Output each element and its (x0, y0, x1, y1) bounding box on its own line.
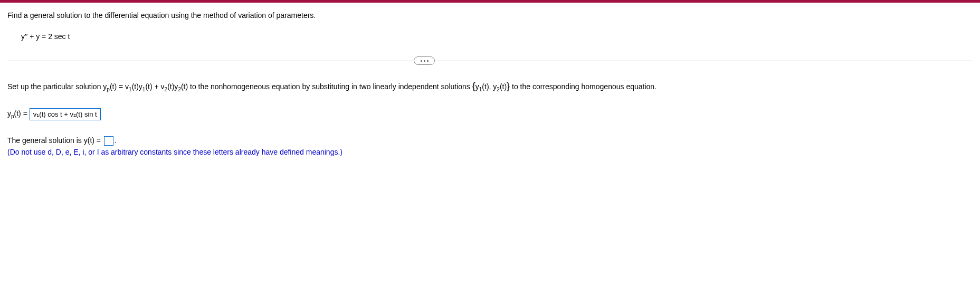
general-period: . (115, 136, 117, 145)
content-area: Find a general solution to the different… (0, 3, 980, 165)
yp-p3: (t)y (167, 82, 178, 91)
yp-eq: (t) = (14, 109, 27, 118)
expand-button[interactable] (414, 56, 435, 65)
set-y1: y (475, 82, 479, 91)
differential-equation: y′′ + y = 2 sec t (21, 32, 973, 41)
general-solution-input[interactable] (104, 136, 113, 146)
set-y1t: (t), y (482, 82, 497, 91)
yp-p2: (t) + v (145, 82, 164, 91)
setup-suffix: to the corresponding homogenous equation… (510, 82, 656, 91)
yp-y: y (7, 109, 11, 118)
particular-solution-line: yp(t) = v₁(t) cos t + v₂(t) sin t (7, 108, 973, 120)
section-divider (7, 56, 973, 65)
dots-icon (424, 60, 425, 62)
set-y2t: (t) (500, 82, 507, 91)
yp-p4: (t) to the nonhomogeneous equation by su… (181, 82, 472, 91)
particular-solution-input[interactable]: v₁(t) cos t + v₂(t) sin t (30, 108, 101, 120)
problem-instruction: Find a general solution to the different… (7, 11, 973, 20)
yp-label: yp(t) = (7, 109, 27, 119)
general-prefix: The general solution is y(t) = (7, 136, 103, 145)
divider-line (7, 61, 973, 61)
setup-prefix: Set up the particular solution (7, 82, 103, 91)
yp-t: (t) = v (110, 82, 129, 91)
constants-note: (Do not use d, D, e, E, i, or I as arbit… (7, 148, 973, 156)
general-solution-line: The general solution is y(t) = . (7, 136, 973, 146)
setup-instruction: Set up the particular solution yp(t) = v… (7, 81, 973, 92)
yp-p1: (t)y (132, 82, 142, 91)
